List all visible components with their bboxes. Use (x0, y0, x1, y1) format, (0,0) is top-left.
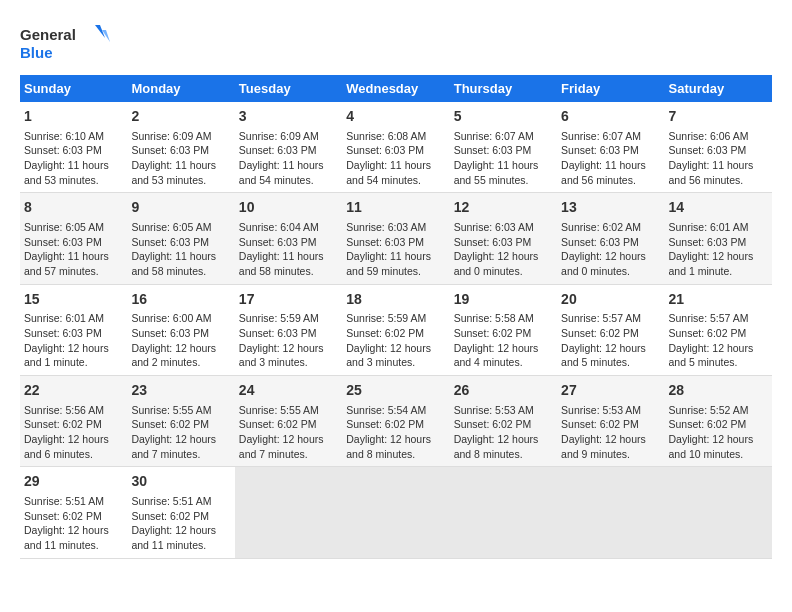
day-number: 17 (239, 290, 338, 310)
calendar-cell: 19Sunrise: 5:58 AMSunset: 6:02 PMDayligh… (450, 284, 557, 375)
header-row: SundayMondayTuesdayWednesdayThursdayFrid… (20, 75, 772, 102)
day-number: 15 (24, 290, 123, 310)
day-info: and 10 minutes. (669, 447, 768, 462)
week-row-1: 1Sunrise: 6:10 AMSunset: 6:03 PMDaylight… (20, 102, 772, 193)
day-info: Sunrise: 6:04 AM (239, 220, 338, 235)
week-row-2: 8Sunrise: 6:05 AMSunset: 6:03 PMDaylight… (20, 193, 772, 284)
week-row-4: 22Sunrise: 5:56 AMSunset: 6:02 PMDayligh… (20, 376, 772, 467)
day-info: Sunset: 6:02 PM (346, 417, 445, 432)
day-info: Sunset: 6:03 PM (239, 326, 338, 341)
day-info: Sunrise: 5:52 AM (669, 403, 768, 418)
calendar-cell (342, 467, 449, 558)
week-row-5: 29Sunrise: 5:51 AMSunset: 6:02 PMDayligh… (20, 467, 772, 558)
week-row-3: 15Sunrise: 6:01 AMSunset: 6:03 PMDayligh… (20, 284, 772, 375)
day-info: Sunset: 6:03 PM (561, 235, 660, 250)
day-number: 13 (561, 198, 660, 218)
day-info: Daylight: 12 hours (454, 249, 553, 264)
day-info: and 53 minutes. (24, 173, 123, 188)
day-number: 21 (669, 290, 768, 310)
day-info: Daylight: 11 hours (239, 158, 338, 173)
day-number: 25 (346, 381, 445, 401)
day-info: and 7 minutes. (239, 447, 338, 462)
day-number: 27 (561, 381, 660, 401)
day-number: 7 (669, 107, 768, 127)
day-info: Sunset: 6:03 PM (454, 235, 553, 250)
day-header-thursday: Thursday (450, 75, 557, 102)
day-header-saturday: Saturday (665, 75, 772, 102)
day-info: Sunset: 6:03 PM (346, 235, 445, 250)
day-number: 22 (24, 381, 123, 401)
day-number: 30 (131, 472, 230, 492)
day-info: Sunrise: 6:06 AM (669, 129, 768, 144)
day-info: and 4 minutes. (454, 355, 553, 370)
day-number: 16 (131, 290, 230, 310)
calendar-cell (235, 467, 342, 558)
day-info: Sunrise: 6:07 AM (561, 129, 660, 144)
day-info: Sunrise: 6:00 AM (131, 311, 230, 326)
calendar-cell: 17Sunrise: 5:59 AMSunset: 6:03 PMDayligh… (235, 284, 342, 375)
day-info: Daylight: 11 hours (346, 249, 445, 264)
day-number: 20 (561, 290, 660, 310)
day-info: and 0 minutes. (454, 264, 553, 279)
day-info: Sunset: 6:02 PM (669, 326, 768, 341)
day-info: Daylight: 11 hours (24, 249, 123, 264)
day-info: Daylight: 11 hours (346, 158, 445, 173)
day-info: Sunset: 6:03 PM (669, 235, 768, 250)
day-info: Daylight: 12 hours (561, 249, 660, 264)
day-info: Daylight: 12 hours (24, 432, 123, 447)
day-header-wednesday: Wednesday (342, 75, 449, 102)
day-header-monday: Monday (127, 75, 234, 102)
day-info: Sunrise: 6:05 AM (24, 220, 123, 235)
calendar-cell: 25Sunrise: 5:54 AMSunset: 6:02 PMDayligh… (342, 376, 449, 467)
calendar-cell (450, 467, 557, 558)
day-info: Sunset: 6:03 PM (561, 143, 660, 158)
day-info: Daylight: 12 hours (24, 341, 123, 356)
day-info: Sunrise: 6:01 AM (669, 220, 768, 235)
day-number: 5 (454, 107, 553, 127)
logo-svg: General Blue (20, 20, 110, 65)
day-info: and 5 minutes. (669, 355, 768, 370)
day-number: 24 (239, 381, 338, 401)
day-number: 10 (239, 198, 338, 218)
calendar-cell: 1Sunrise: 6:10 AMSunset: 6:03 PMDaylight… (20, 102, 127, 193)
day-info: Sunrise: 5:57 AM (561, 311, 660, 326)
day-number: 8 (24, 198, 123, 218)
day-info: and 1 minute. (24, 355, 123, 370)
calendar-cell: 30Sunrise: 5:51 AMSunset: 6:02 PMDayligh… (127, 467, 234, 558)
svg-text:General: General (20, 26, 76, 43)
day-number: 26 (454, 381, 553, 401)
calendar-cell (665, 467, 772, 558)
calendar-cell: 20Sunrise: 5:57 AMSunset: 6:02 PMDayligh… (557, 284, 664, 375)
day-info: Sunset: 6:02 PM (454, 417, 553, 432)
calendar-cell: 9Sunrise: 6:05 AMSunset: 6:03 PMDaylight… (127, 193, 234, 284)
day-info: Sunrise: 5:59 AM (346, 311, 445, 326)
day-info: Sunset: 6:02 PM (239, 417, 338, 432)
day-info: Sunset: 6:02 PM (669, 417, 768, 432)
day-info: Sunset: 6:02 PM (131, 417, 230, 432)
day-info: and 6 minutes. (24, 447, 123, 462)
day-info: Daylight: 11 hours (24, 158, 123, 173)
day-info: Daylight: 11 hours (131, 158, 230, 173)
day-number: 6 (561, 107, 660, 127)
day-number: 11 (346, 198, 445, 218)
day-info: Daylight: 12 hours (131, 432, 230, 447)
day-info: Sunset: 6:02 PM (454, 326, 553, 341)
day-info: Sunset: 6:03 PM (131, 143, 230, 158)
calendar-cell: 16Sunrise: 6:00 AMSunset: 6:03 PMDayligh… (127, 284, 234, 375)
day-number: 19 (454, 290, 553, 310)
day-info: Sunrise: 6:03 AM (454, 220, 553, 235)
day-info: Sunrise: 6:10 AM (24, 129, 123, 144)
calendar-cell: 27Sunrise: 5:53 AMSunset: 6:02 PMDayligh… (557, 376, 664, 467)
day-info: and 54 minutes. (346, 173, 445, 188)
day-info: Sunrise: 5:51 AM (131, 494, 230, 509)
calendar-cell: 5Sunrise: 6:07 AMSunset: 6:03 PMDaylight… (450, 102, 557, 193)
day-info: Sunset: 6:03 PM (239, 235, 338, 250)
day-info: and 59 minutes. (346, 264, 445, 279)
day-info: and 55 minutes. (454, 173, 553, 188)
calendar-cell: 11Sunrise: 6:03 AMSunset: 6:03 PMDayligh… (342, 193, 449, 284)
calendar-cell (557, 467, 664, 558)
day-info: Sunrise: 5:57 AM (669, 311, 768, 326)
day-info: Sunset: 6:03 PM (24, 235, 123, 250)
day-info: and 5 minutes. (561, 355, 660, 370)
calendar-cell: 8Sunrise: 6:05 AMSunset: 6:03 PMDaylight… (20, 193, 127, 284)
